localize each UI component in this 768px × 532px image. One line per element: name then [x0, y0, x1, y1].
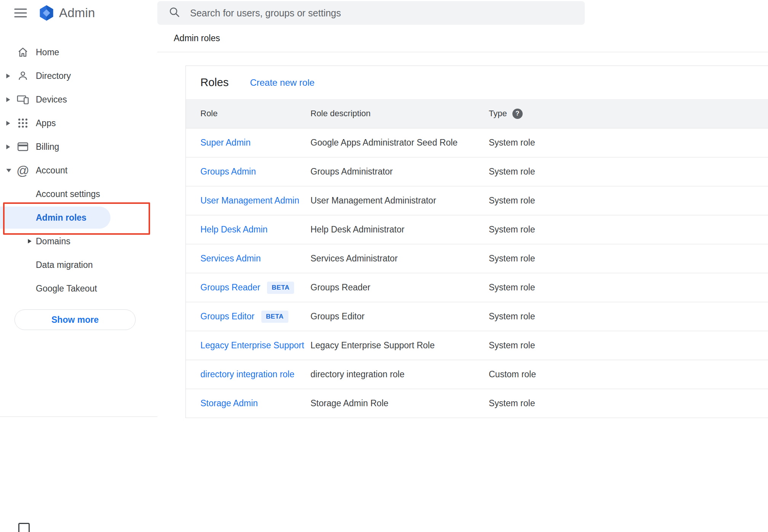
sidebar-item-apps[interactable]: Apps: [0, 111, 157, 135]
column-header-description: Role description: [310, 109, 489, 119]
table-row: Groups ReaderBETA Groups Reader System r…: [186, 273, 768, 302]
sidebar-divider: [0, 417, 157, 417]
billing-card-icon: [17, 141, 29, 153]
table-row: Services Admin Services Administrator Sy…: [186, 244, 768, 273]
role-type: System role: [489, 224, 768, 235]
role-link[interactable]: directory integration role: [200, 369, 294, 380]
sidebar-item-admin-roles[interactable]: Admin roles: [0, 206, 157, 229]
home-icon: [17, 46, 29, 58]
chevron-right-icon[interactable]: [27, 239, 32, 244]
sidebar-item-label: Account settings: [36, 189, 100, 199]
show-more-button[interactable]: Show more: [14, 309, 136, 330]
role-type: System role: [489, 398, 768, 409]
sidebar-item-label: Home: [36, 47, 59, 58]
table-row: Super Admin Google Apps Administrator Se…: [186, 128, 768, 157]
role-description: Groups Editor: [310, 311, 489, 322]
role-cell: Legacy Enterprise Support: [200, 340, 310, 351]
role-link[interactable]: User Management Admin: [200, 195, 299, 206]
chevron-right-icon[interactable]: [0, 120, 17, 126]
role-cell: Super Admin: [200, 138, 310, 148]
column-header-role: Role: [200, 109, 310, 119]
role-link[interactable]: Services Admin: [200, 253, 261, 264]
search-bar[interactable]: [157, 1, 585, 25]
role-link[interactable]: Groups Reader: [200, 282, 260, 293]
chevron-down-icon[interactable]: [0, 168, 17, 173]
role-cell: User Management Admin: [200, 195, 310, 206]
table-row: Help Desk Admin Help Desk Administrator …: [186, 215, 768, 244]
content-area: Admin roles Roles Create new role Role R…: [157, 0, 768, 532]
role-description: Help Desk Administrator: [310, 224, 489, 235]
google-admin-logo-icon[interactable]: [38, 5, 55, 21]
sidebar-item-label: Google Takeout: [36, 284, 97, 294]
role-cell: Groups EditorBETA: [200, 311, 310, 323]
role-cell: Storage Admin: [200, 398, 310, 409]
sidebar-item-directory[interactable]: Directory: [0, 64, 157, 88]
table-row: Storage Admin Storage Admin Role System …: [186, 389, 768, 418]
sidebar-item-label: Account: [36, 165, 67, 176]
sidebar-header: Admin: [0, 0, 157, 40]
role-type: System role: [489, 167, 768, 177]
column-header-type-label: Type: [489, 109, 507, 119]
sidebar-item-devices[interactable]: Devices: [0, 88, 157, 111]
beta-badge: BETA: [261, 311, 288, 323]
role-cell: Groups Admin: [200, 167, 310, 177]
role-description: Services Administrator: [310, 253, 489, 264]
role-cell: Groups ReaderBETA: [200, 282, 310, 294]
search-icon: [169, 6, 180, 19]
sidebar-item-google-takeout[interactable]: Google Takeout: [0, 277, 157, 300]
role-link[interactable]: Groups Admin: [200, 167, 256, 177]
chevron-right-icon[interactable]: [0, 97, 17, 103]
chevron-right-icon[interactable]: [0, 73, 17, 79]
role-type: System role: [489, 253, 768, 264]
sidebar: Admin Home Directory: [0, 0, 157, 532]
role-description: User Management Administrator: [310, 195, 489, 206]
role-description: Storage Admin Role: [310, 398, 489, 409]
sidebar-item-label: Directory: [36, 71, 71, 81]
role-link[interactable]: Legacy Enterprise Support: [200, 340, 304, 351]
sidebar-item-account[interactable]: @ Account: [0, 159, 157, 182]
chevron-right-icon[interactable]: [0, 144, 17, 150]
role-link[interactable]: Help Desk Admin: [200, 224, 267, 235]
sidebar-item-data-migration[interactable]: Data migration: [0, 253, 157, 277]
table-row: User Management Admin User Management Ad…: [186, 186, 768, 215]
sidebar-item-label: Admin roles: [36, 213, 86, 223]
role-description: Google Apps Administrator Seed Role: [310, 138, 489, 148]
sidebar-item-account-settings[interactable]: Account settings: [0, 182, 157, 206]
apps-grid-icon: [17, 117, 29, 129]
role-type: Custom role: [489, 369, 768, 380]
role-link[interactable]: Storage Admin: [200, 398, 258, 409]
sidebar-item-domains[interactable]: Domains: [0, 229, 157, 253]
create-new-role-link[interactable]: Create new role: [250, 77, 314, 88]
table-header-row: Role Role description Type ?: [186, 99, 768, 128]
role-type: System role: [489, 282, 768, 293]
at-icon: @: [17, 164, 29, 177]
sidebar-nav: Home Directory Devices: [0, 40, 157, 330]
topbar: [157, 0, 768, 25]
role-type: System role: [489, 311, 768, 322]
role-description: Groups Reader: [310, 282, 489, 293]
table-row: directory integration role directory int…: [186, 360, 768, 389]
sidebar-item-label: Billing: [36, 142, 59, 152]
sidebar-item-billing[interactable]: Billing: [0, 135, 157, 159]
app-title: Admin: [59, 6, 95, 20]
sidebar-item-label: Domains: [36, 236, 70, 247]
role-link[interactable]: Groups Editor: [200, 311, 254, 322]
sidebar-item-home[interactable]: Home: [0, 40, 157, 64]
table-row: Groups EditorBETA Groups Editor System r…: [186, 302, 768, 331]
role-type: System role: [489, 340, 768, 351]
breadcrumb-row: Admin roles: [157, 25, 768, 52]
person-icon: [17, 70, 29, 82]
admin-console: Admin Home Directory: [0, 0, 768, 532]
breadcrumb: Admin roles: [174, 33, 220, 43]
role-description: Legacy Enterprise Support Role: [310, 340, 489, 351]
page-title: Roles: [200, 76, 229, 89]
main: Roles Create new role Role Role descript…: [157, 52, 768, 532]
role-type: System role: [489, 195, 768, 206]
roles-card: Roles Create new role Role Role descript…: [186, 66, 768, 418]
search-input[interactable]: [190, 8, 576, 19]
hamburger-menu-icon[interactable]: [14, 7, 27, 19]
help-icon[interactable]: ?: [512, 109, 523, 119]
role-link[interactable]: Super Admin: [200, 138, 251, 148]
brand: Admin: [14, 5, 157, 21]
beta-badge: BETA: [267, 282, 294, 294]
